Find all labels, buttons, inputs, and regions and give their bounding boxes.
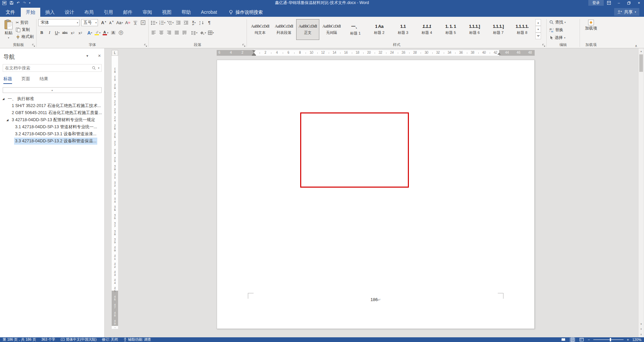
grow-font-button[interactable]: A▲ <box>100 19 107 26</box>
document-shape-rectangle[interactable] <box>300 112 409 188</box>
copy-button[interactable]: 复制 <box>15 26 35 33</box>
dialog-launcher-icon[interactable] <box>542 44 545 47</box>
ribbon-display-options-icon[interactable] <box>604 0 614 6</box>
style-item-list-paragraph[interactable]: AaBbCcDdI列表段落 <box>272 19 296 40</box>
tab-mailings[interactable]: 邮件 <box>118 8 138 17</box>
zoom-out-icon[interactable]: − <box>588 338 590 342</box>
clear-formatting-button[interactable]: A <box>124 19 131 26</box>
character-shading-button[interactable]: A <box>110 29 117 36</box>
tab-help[interactable]: 帮助 <box>176 8 196 17</box>
tab-layout[interactable]: 布局 <box>79 8 99 17</box>
search-icon[interactable] <box>92 66 96 70</box>
phonetic-guide-button[interactable]: wén文 <box>132 19 139 26</box>
sort-button[interactable]: AZ <box>198 19 205 26</box>
dialog-launcher-icon[interactable] <box>32 44 35 47</box>
style-item-heading-5[interactable]: 1. 1. 1标题 5 <box>439 19 462 40</box>
style-gallery-scroll-up[interactable]: ▲ <box>535 19 541 26</box>
line-spacing-button[interactable]: ▾ <box>191 29 198 36</box>
collapse-ribbon-icon[interactable]: ∧ <box>635 44 637 48</box>
previous-page-icon[interactable]: ⇞ <box>639 327 644 332</box>
nav-tab-results[interactable]: 结果 <box>40 76 48 84</box>
tree-item[interactable]: 3.1 42718-04DD-SP-13 管道材料专业统一... <box>0 124 104 131</box>
right-indent-marker[interactable] <box>497 53 501 55</box>
document-page[interactable]: 186↵ <box>217 60 535 329</box>
style-item-no-spacing[interactable]: AaBbCcDdI无间隔 <box>320 19 343 40</box>
select-button[interactable]: 选择▾ <box>548 34 567 41</box>
add-ins-button[interactable]: 加载项 <box>582 18 600 42</box>
justify-button[interactable] <box>173 29 180 36</box>
chevron-down-icon[interactable]: ▾ <box>98 67 99 69</box>
save-icon[interactable] <box>10 1 13 5</box>
paste-button[interactable]: 粘贴 ▾ <box>2 18 15 42</box>
style-item-heading-2[interactable]: 1 Aa标题 2 <box>368 19 391 40</box>
character-border-button[interactable]: A <box>140 19 147 26</box>
undo-icon[interactable]: ↶ <box>17 1 19 5</box>
nav-jump-to-top-button[interactable]: ▲ <box>3 87 102 93</box>
tree-item[interactable]: ◢3 42718-04DD-SP-13 配管材料专业统一规定 <box>0 116 104 124</box>
chevron-down-icon[interactable]: ▾ <box>86 54 88 58</box>
sign-in-button[interactable]: 登录 <box>588 0 604 6</box>
tab-view[interactable]: 视图 <box>157 8 176 17</box>
style-item-plain-text[interactable]: AaBbCcDdI纯文本 <box>249 19 272 40</box>
distribute-button[interactable] <box>181 29 188 36</box>
search-input[interactable] <box>5 66 90 70</box>
tree-item-selected[interactable]: 3.3 42718-04DD-SP-13.2 设备和管道保温... <box>0 138 104 145</box>
align-center-button[interactable] <box>158 29 165 36</box>
style-gallery-scroll-down[interactable]: ▼ <box>535 26 541 33</box>
numbering-button[interactable]: 123▾ <box>159 19 166 26</box>
asian-layout-button[interactable]: X⇄▾ <box>191 19 198 26</box>
tree-item[interactable]: ◢一、 执行标准 <box>0 95 104 102</box>
zoom-slider-thumb[interactable] <box>610 338 611 341</box>
scroll-up-icon[interactable]: ▲ <box>639 48 644 54</box>
close-icon[interactable]: ✕ <box>634 0 644 6</box>
nav-tab-headings[interactable]: 标题 <box>3 76 12 84</box>
find-button[interactable]: 查找▾ <box>548 19 567 26</box>
web-layout-icon[interactable] <box>579 338 584 342</box>
shrink-font-button[interactable]: A▼ <box>108 19 115 26</box>
font-color-button[interactable]: A▾ <box>102 29 109 36</box>
font-name-combo[interactable]: 宋体▾ <box>38 19 79 26</box>
left-indent-marker[interactable] <box>252 55 256 56</box>
first-line-indent-marker[interactable] <box>252 50 256 52</box>
accessibility-status[interactable]: 辅助功能: 调查 <box>123 337 151 342</box>
bold-button[interactable]: B <box>38 29 45 36</box>
collapse-triangle-icon[interactable]: ◢ <box>6 118 10 121</box>
zoom-in-icon[interactable]: + <box>627 338 629 342</box>
scrollbar-thumb[interactable] <box>639 54 643 72</box>
tab-home[interactable]: 开始 <box>21 8 40 17</box>
close-icon[interactable]: ✕ <box>98 54 101 58</box>
collapse-triangle-icon[interactable]: ◢ <box>2 97 6 100</box>
tab-insert[interactable]: 插入 <box>40 8 60 17</box>
print-layout-icon[interactable] <box>570 338 575 342</box>
zoom-level[interactable]: 120% <box>632 338 641 342</box>
borders-button[interactable]: ▾ <box>207 29 215 36</box>
strikethrough-button[interactable]: abc <box>61 29 68 36</box>
text-effects-button[interactable]: A▾ <box>86 29 93 36</box>
style-item-heading-3[interactable]: 1.1标题 3 <box>391 19 415 40</box>
style-item-heading-7[interactable]: 1.1.1.]标题 7 <box>487 19 510 40</box>
vertical-scrollbar[interactable]: ▲ ▼ ⇞ ⇟ <box>638 48 644 337</box>
tab-acrobat[interactable]: Acrobat <box>196 8 222 17</box>
tab-file[interactable]: 文件 <box>0 8 21 17</box>
tab-review[interactable]: 审阅 <box>138 8 157 17</box>
read-mode-icon[interactable] <box>560 338 566 342</box>
highlight-color-button[interactable]: ▾ <box>94 29 101 36</box>
restore-icon[interactable] <box>624 0 634 6</box>
next-page-icon[interactable]: ⇟ <box>639 332 644 337</box>
enclose-character-button[interactable]: 字 <box>117 29 124 36</box>
replace-button[interactable]: abac替换 <box>548 27 567 34</box>
align-left-button[interactable] <box>150 29 157 36</box>
align-right-button[interactable] <box>166 29 173 36</box>
word-count[interactable]: 363 个字 <box>41 337 55 342</box>
tree-item[interactable]: 3.2 42718-04DD-SP-13.1 设备和管道涂漆... <box>0 131 104 138</box>
style-item-heading-4[interactable]: 1.1.1标题 4 <box>415 19 438 40</box>
track-changes-status[interactable]: 修订: 关闭 <box>102 337 118 342</box>
scroll-down-icon[interactable]: ▼ <box>639 321 644 327</box>
dialog-launcher-icon[interactable] <box>242 44 246 47</box>
superscript-button[interactable]: x2 <box>77 29 84 36</box>
tell-me-search[interactable]: 操作说明搜索 <box>229 8 263 17</box>
formatting-marks-button[interactable]: ¶ <box>206 19 213 26</box>
style-item-heading-6[interactable]: 1.1.1.]标题 6 <box>463 19 486 40</box>
nav-tab-pages[interactable]: 页面 <box>21 76 30 84</box>
subscript-button[interactable]: x2 <box>69 29 76 36</box>
